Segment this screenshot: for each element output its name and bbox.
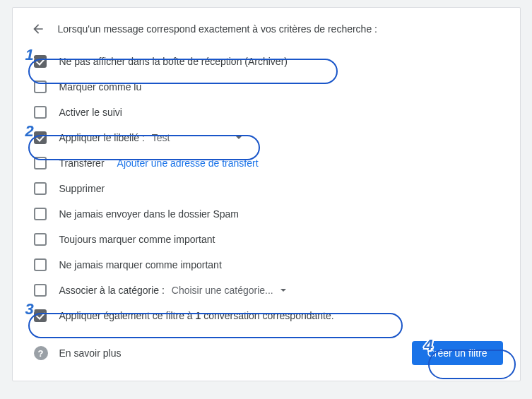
help-icon[interactable]: ? [34,346,48,360]
checkbox-important[interactable] [34,233,47,246]
option-read: Marquer comme lu [34,74,503,100]
checkbox-nospam[interactable] [34,208,47,220]
option-important: Toujours marquer comme important [34,227,503,252]
option-label: Appliquer le libellé : Test [34,125,503,150]
checkbox-star[interactable] [34,106,47,119]
back-icon[interactable] [30,20,47,37]
option-apply-existing: Appliquer également ce filtre à 1 conver… [34,303,503,328]
chevron-down-icon [280,289,286,292]
label-category: Associer à la catégorie : Choisir une ca… [59,285,286,296]
badge-2: 2 [25,122,34,141]
checkbox-delete[interactable] [34,182,47,195]
create-filter-button[interactable]: Créer un filtre [412,341,503,365]
option-delete: Supprimer [34,176,503,201]
dialog-header: Lorsqu'un message correspond exactement … [30,20,503,37]
label-archive: Ne pas afficher dans la boîte de récepti… [59,56,288,67]
forward-link[interactable]: Ajouter une adresse de transfert [117,157,259,169]
checkbox-category[interactable] [34,284,47,297]
label-noimportant: Ne jamais marquer comme important [59,259,222,270]
checkbox-read[interactable] [34,81,47,93]
option-archive: Ne pas afficher dans la boîte de récepti… [34,49,503,74]
dialog-title: Lorsqu'un message correspond exactement … [58,23,377,35]
label-nospam: Ne jamais envoyer dans le dossier Spam [59,208,239,220]
option-nospam: Ne jamais envoyer dans le dossier Spam [34,201,503,227]
learn-more-link[interactable]: En savoir plus [59,347,122,359]
checkbox-apply-existing[interactable] [34,309,47,322]
checkbox-label[interactable] [34,131,47,144]
label-important: Toujours marquer comme important [59,234,215,245]
label-forward: Transférer [59,157,105,169]
option-forward: Transférer Ajouter une adresse de transf… [34,150,503,176]
label-delete: Supprimer [59,183,105,194]
option-noimportant: Ne jamais marquer comme important [34,252,503,278]
help-section: ? En savoir plus [34,346,122,360]
checkbox-noimportant[interactable] [34,258,47,271]
label-label: Appliquer le libellé : Test [59,132,242,143]
option-category: Associer à la catégorie : Choisir une ca… [34,278,503,303]
dialog-footer: ? En savoir plus Créer un filtre [30,341,503,365]
label-read: Marquer comme lu [59,81,142,93]
label-star: Activer le suivi [59,107,122,118]
checkbox-archive[interactable] [34,55,47,68]
badge-3: 3 [25,300,34,318]
badge-1: 1 [25,46,34,64]
label-dropdown[interactable]: Test [152,132,242,143]
label-apply-existing: Appliquer également ce filtre à 1 conver… [59,310,334,321]
filter-dialog: Lorsqu'un message correspond exactement … [12,7,521,381]
chevron-down-icon [236,136,242,139]
checkbox-forward[interactable] [34,157,47,169]
option-star: Activer le suivi [34,100,503,125]
category-dropdown[interactable]: Choisir une catégorie... [172,285,286,296]
